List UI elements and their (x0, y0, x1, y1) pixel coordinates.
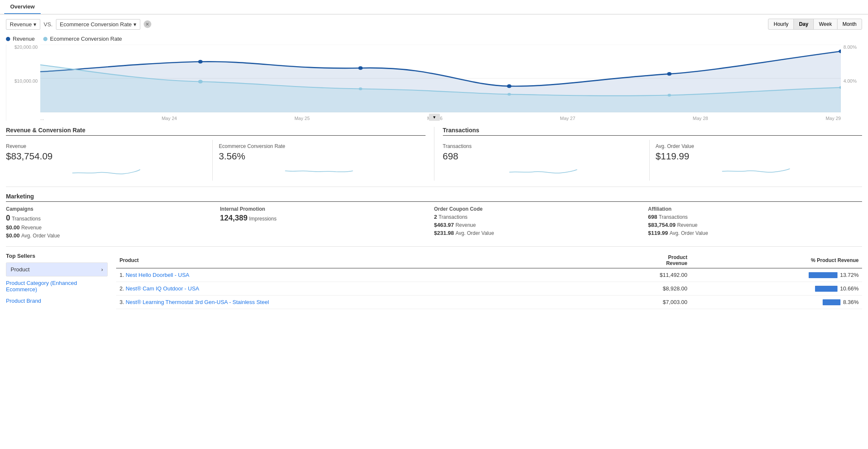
marketing-internal-row0: 124,389 Impressions (220, 214, 428, 223)
metric-avg-order: Avg. Order Value $119.99 (650, 140, 862, 181)
topsellers-link-brand[interactable]: Product Brand (6, 294, 108, 306)
table-row: 3. Nest® Learning Thermostat 3rd Gen-USA… (116, 296, 862, 309)
chart-yaxis-left: $20,000.00 $10,000.00 (6, 45, 40, 112)
marketing-campaigns-revenue-val: $0.00 (6, 224, 20, 231)
col-pct-revenue: % Product Revenue (691, 253, 862, 268)
product-rank: 1. (120, 272, 125, 278)
legend-conversion: Ecommerce Conversion Rate (43, 36, 122, 42)
product-link[interactable]: Nest® Learning Thermostat 3rd Gen-USA - … (125, 299, 269, 305)
marketing-campaigns-revenue-label: Revenue (21, 225, 42, 231)
marketing-campaigns-row1: $0.00 Revenue (6, 224, 214, 231)
metric2-select[interactable]: Ecommerce Conversion Rate ▾ (56, 19, 140, 30)
marketing-campaigns-row2: $0.00 Avg. Order Value (6, 232, 214, 239)
transactions-section-title: Transactions (443, 127, 862, 136)
col-revenue: ProductRevenue (587, 253, 690, 268)
svg-point-5 (507, 84, 512, 88)
table-row: 1. Nest Hello Doorbell - USA $11,492.00 … (116, 268, 862, 282)
marketing-affiliation-label: Affiliation (648, 206, 856, 212)
transactions-metrics: Transactions 698 Avg. Order Value $119.9… (443, 140, 862, 181)
time-hourly-button[interactable]: Hourly (768, 19, 794, 30)
marketing-affiliation-row0: 698 Transactions (648, 214, 856, 220)
product-pct-cell: 10.66% (691, 282, 862, 296)
metric1-label: Revenue (10, 21, 32, 28)
marketing-coupon-avg-label: Avg. Order Value (456, 230, 494, 236)
marketing-campaigns-avg-val: $0.00 (6, 232, 20, 239)
marketing-coupon-transactions-val: 2 (434, 214, 437, 220)
tab-overview[interactable]: Overview (4, 0, 41, 14)
metric-conversion-sparkline (219, 165, 419, 177)
metric1-chevron: ▾ (33, 21, 36, 28)
product-revenue-cell: $8,928.00 (587, 282, 690, 296)
topsellers-left: Top Sellers Product › Product Category (… (6, 253, 108, 306)
time-week-button[interactable]: Week (813, 19, 837, 30)
metric-conversion-label: Ecommerce Conversion Rate (219, 143, 419, 149)
svg-point-6 (667, 72, 672, 76)
marketing-internal-val: 124,389 (220, 214, 248, 222)
topsellers-title: Top Sellers (6, 253, 108, 259)
metric-revenue-sparkline (6, 165, 206, 177)
metric-conversion: Ecommerce Conversion Rate 3.56% (213, 140, 425, 181)
tab-bar: Overview (0, 0, 868, 14)
product-cell: 2. Nest® Cam IQ Outdoor - USA (116, 282, 587, 296)
legend-conversion-dot (43, 37, 47, 41)
topsellers-item-product[interactable]: Product › (6, 263, 107, 276)
marketing-affiliation-revenue-val: $83,754.09 (648, 222, 676, 228)
svg-point-11 (668, 94, 671, 96)
svg-point-9 (359, 87, 362, 90)
col-product: Product (116, 253, 587, 268)
product-pct-value: 13.72% (840, 272, 859, 278)
svg-point-10 (507, 93, 511, 95)
marketing-coupon-label: Order Coupon Code (434, 206, 642, 212)
marketing-affiliation-transactions-label: Transactions (659, 214, 687, 220)
bar-bg (815, 286, 837, 292)
metric-avg-order-value: $119.99 (656, 151, 856, 162)
chart-container: $20,000.00 $10,000.00 (6, 45, 862, 121)
metric-transactions-value: 698 (443, 151, 643, 162)
time-buttons: Hourly Day Week Month (768, 19, 862, 30)
topsellers-link-category[interactable]: Product Category (Enhanced Ecommerce) (6, 276, 108, 294)
product-link[interactable]: Nest Hello Doorbell - USA (125, 272, 189, 278)
product-pct-cell: 8.36% (691, 296, 862, 309)
revenue-metrics: Revenue $83,754.09 Ecommerce Conversion … (6, 140, 426, 181)
marketing-campaigns-avg-label: Avg. Order Value (21, 233, 60, 239)
marketing-coupon-row2: $231.98 Avg. Order Value (434, 230, 642, 236)
time-day-button[interactable]: Day (793, 19, 814, 30)
product-link[interactable]: Nest® Cam IQ Outdoor - USA (125, 285, 199, 292)
legend-revenue-dot (6, 37, 10, 41)
legend-revenue: Revenue (6, 36, 35, 42)
remove-metric2-button[interactable]: ✕ (144, 20, 151, 28)
marketing-affiliation-row2: $119.99 Avg. Order Value (648, 230, 856, 236)
product-rank: 2. (120, 285, 125, 292)
svg-point-4 (358, 66, 363, 70)
metric-avg-order-label: Avg. Order Value (656, 143, 856, 149)
marketing-affiliation-avg-val: $119.99 (648, 230, 668, 236)
metric-transactions: Transactions 698 (443, 140, 650, 181)
metrics-row: Revenue & Conversion Rate Revenue $83,75… (0, 121, 868, 181)
product-pct-value: 8.36% (843, 299, 859, 305)
metric2-label: Ecommerce Conversion Rate (60, 21, 132, 28)
marketing-campaigns-transactions-label: Transactions (12, 216, 41, 222)
marketing-affiliation-transactions-val: 698 (648, 214, 657, 220)
product-revenue-cell: $7,003.00 (587, 296, 690, 309)
chart-yaxis-right: 8.00% 4.00% (841, 45, 862, 112)
marketing-coupon-revenue-val: $463.97 (434, 222, 454, 228)
chart-expand-button[interactable]: ▾ (429, 114, 440, 121)
chart-xaxis: ... May 24 May 25 May 26 May 27 May 28 M… (40, 116, 841, 121)
marketing-coupon: Order Coupon Code 2 Transactions $463.97… (434, 206, 648, 240)
product-cell: 3. Nest® Learning Thermostat 3rd Gen-USA… (116, 296, 587, 309)
metric-revenue: Revenue $83,754.09 (6, 140, 213, 181)
marketing-coupon-transactions-label: Transactions (439, 214, 467, 220)
marketing-affiliation-avg-label: Avg. Order Value (670, 230, 708, 236)
marketing-internal-label: Internal Promotion (220, 206, 428, 212)
metric2-chevron: ▾ (134, 21, 136, 28)
revenue-section-title: Revenue & Conversion Rate (6, 127, 426, 136)
svg-point-3 (198, 60, 203, 64)
metric-conversion-value: 3.56% (219, 151, 419, 162)
metric-revenue-label: Revenue (6, 143, 206, 149)
time-month-button[interactable]: Month (837, 19, 862, 30)
chart-legend: Revenue Ecommerce Conversion Rate (0, 34, 868, 45)
bar-bg (809, 272, 837, 278)
topsellers-right: Product ProductRevenue % Product Revenue… (116, 253, 862, 309)
revenue-section: Revenue & Conversion Rate Revenue $83,75… (6, 127, 434, 181)
metric1-select[interactable]: Revenue ▾ (6, 19, 40, 30)
